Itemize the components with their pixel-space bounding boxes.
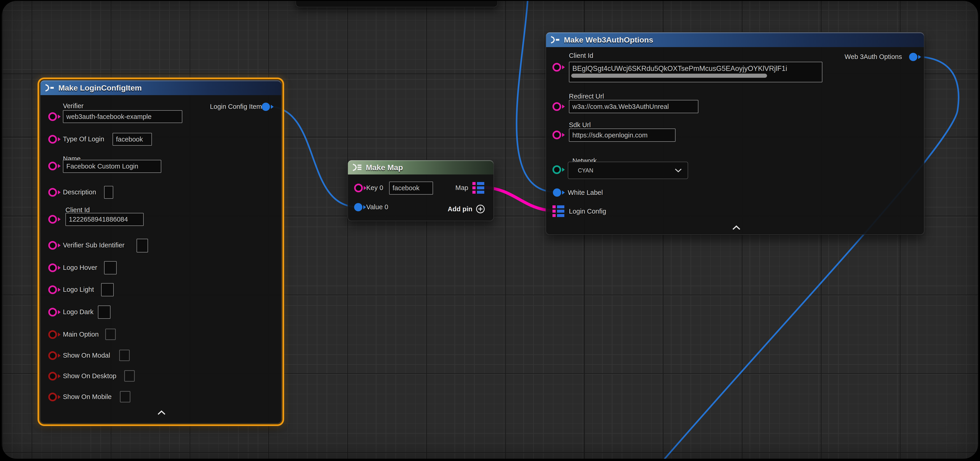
pin-label-white-label: White Label [568, 189, 603, 196]
make-struct-icon [550, 36, 560, 44]
field-logo-hover[interactable] [104, 261, 117, 274]
pin-login-config[interactable] [552, 205, 564, 217]
network-dropdown[interactable]: CYAN [568, 162, 688, 179]
make-struct-icon [44, 84, 55, 92]
pin-key0[interactable] [354, 184, 363, 192]
field-logo-dark[interactable] [98, 305, 110, 319]
pin-label-value0: Value 0 [366, 203, 388, 211]
field-logo-light[interactable] [101, 283, 114, 296]
network-dropdown-value: CYAN [578, 167, 593, 174]
node-header-make-web3authoptions[interactable]: Make Web3AuthOptions [546, 32, 924, 47]
pin-label-show-on-desktop: Show On Desktop [63, 372, 116, 380]
pin-logo-hover[interactable] [48, 264, 57, 272]
pin-label-show-on-mobile: Show On Mobile [63, 393, 111, 401]
checkbox-main-option[interactable] [105, 329, 116, 340]
pin-verifier[interactable] [48, 112, 57, 121]
pin-value0[interactable] [354, 203, 362, 211]
pin-label-logo-hover: Logo Hover [63, 264, 97, 272]
checkbox-show-on-modal[interactable] [119, 350, 130, 361]
field-client-id-scrollbar[interactable] [571, 74, 767, 78]
pin-login-config-item-out[interactable] [262, 103, 270, 111]
output-label-web3auth-options: Web 3Auth Options [845, 53, 902, 60]
blueprint-graph-canvas[interactable]: Make LoginConfigItem Login Config Item V… [2, 1, 978, 459]
pin-client-id[interactable] [48, 215, 57, 224]
pin-label-sdk-url: Sdk Url [569, 121, 591, 129]
pin-map-out[interactable] [473, 182, 484, 194]
field-client-id[interactable]: BEglQSgt4cUWcj6SKRdu5QkOXTsePmMcusG5EAoy… [569, 62, 822, 82]
node-title: Make LoginConfigItem [58, 83, 142, 92]
pin-label-show-on-modal: Show On Modal [63, 352, 110, 359]
make-map-icon [352, 164, 362, 171]
add-pin-button[interactable]: Add pin [448, 204, 485, 214]
chevron-down-icon [675, 168, 682, 173]
pin-verifier-sub-identifier[interactable] [48, 241, 57, 250]
node-header-make-loginconfigitem[interactable]: Make LoginConfigItem [40, 81, 281, 95]
pin-name[interactable] [48, 162, 57, 170]
pin-sdk-url[interactable] [552, 130, 561, 139]
pin-show-on-modal[interactable] [48, 351, 57, 360]
pin-white-label[interactable] [553, 188, 561, 197]
pin-label-login-config: Login Config [569, 208, 606, 215]
field-verifier-sub-identifier[interactable] [137, 239, 148, 253]
pin-main-option[interactable] [48, 330, 57, 339]
add-pin-plus-icon [476, 204, 485, 214]
pin-label-verifier: Verifier [63, 102, 83, 110]
collapse-node-chevron[interactable] [732, 225, 741, 230]
field-name[interactable]: Facebook Custom Login [63, 160, 161, 173]
field-client-id[interactable]: 1222658941886084 [65, 213, 144, 226]
node-make-loginconfigitem[interactable]: Make LoginConfigItem Login Config Item V… [40, 80, 282, 423]
pin-label-logo-dark: Logo Dark [63, 308, 94, 316]
pin-logo-light[interactable] [48, 285, 57, 294]
field-type-of-login[interactable]: facebook [113, 133, 152, 146]
node-title: Make Map [366, 163, 403, 172]
field-description[interactable] [104, 186, 113, 199]
pin-label-redirect-url: Redirect Url [569, 92, 604, 100]
pin-label-description: Description [63, 188, 96, 196]
field-redirect-url[interactable]: w3a://com.w3a.Web3AuthUnreal [569, 100, 698, 113]
pin-label-key0: Key 0 [366, 184, 383, 192]
collapse-node-chevron[interactable] [157, 410, 166, 415]
checkbox-show-on-desktop[interactable] [124, 370, 135, 382]
pin-client-id[interactable] [552, 63, 561, 72]
pin-label-logo-light: Logo Light [63, 286, 94, 293]
pin-web3auth-options-out[interactable] [909, 53, 917, 61]
pin-description[interactable] [48, 188, 57, 197]
node-header-make-map[interactable]: Make Map [348, 160, 493, 175]
output-label-login-config-item: Login Config Item [210, 103, 262, 110]
pin-label-type-of-login: Type Of Login [63, 135, 104, 143]
pin-network[interactable] [552, 165, 561, 174]
field-verifier[interactable]: web3auth-facebook-example [63, 110, 182, 123]
field-key0[interactable]: facebook [389, 181, 433, 195]
pin-logo-dark[interactable] [48, 308, 57, 316]
pin-type-of-login[interactable] [48, 135, 57, 144]
node-make-web3authoptions[interactable]: Make Web3AuthOptions Web 3Auth Options C… [546, 32, 924, 235]
pin-redirect-url[interactable] [552, 102, 561, 111]
pin-label-verifier-sub-identifier: Verifier Sub Identifier [63, 242, 124, 249]
pin-label-main-option: Main Option [63, 331, 99, 338]
pin-show-on-desktop[interactable] [48, 372, 57, 380]
pin-label-client-id: Client Id [569, 52, 593, 59]
field-sdk-url[interactable]: https://sdk.openlogin.com [569, 129, 676, 142]
offscreen-node-bottom[interactable] [296, 1, 498, 7]
pin-show-on-mobile[interactable] [48, 393, 57, 401]
output-label-map: Map [455, 184, 468, 192]
node-title: Make Web3AuthOptions [564, 35, 653, 45]
add-pin-label: Add pin [448, 205, 473, 213]
node-make-map[interactable]: Make Map Key 0 facebook Map Value 0 Add … [347, 160, 494, 221]
checkbox-show-on-mobile[interactable] [120, 391, 130, 402]
